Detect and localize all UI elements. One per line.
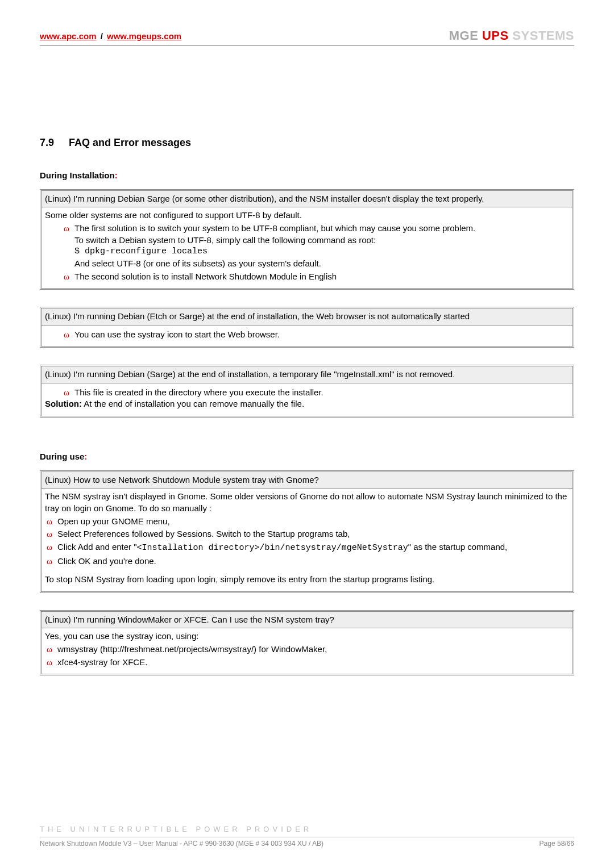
list-item: ω Open up your GNOME menu,	[45, 516, 569, 528]
bullet-icon: ω	[45, 556, 57, 567]
list-text: xfce4-systray for XFCE.	[57, 657, 569, 669]
faq-answer: The NSM systray isn't displayed in Gnome…	[42, 489, 572, 591]
list-text: wmsystray (http://freshmeat.net/projects…	[57, 644, 569, 656]
section-heading: 7.9 FAQ and Error messages	[40, 137, 574, 149]
faq-box: (Linux) I'm running WindowMaker or XFCE.…	[40, 610, 574, 675]
subhead-installation: During Installation:	[40, 170, 574, 180]
list-text: The second solution is to install Networ…	[74, 271, 569, 283]
colon-icon: :	[115, 170, 118, 180]
faq-answer: Yes, you can use the systray icon, using…	[42, 628, 572, 674]
list-text: Open up your GNOME menu,	[57, 516, 569, 528]
solution-text: At the end of installation you can remov…	[82, 399, 304, 408]
list-item: ω xfce4-systray for XFCE.	[45, 657, 569, 669]
bullet-icon: ω	[45, 516, 57, 528]
brand-mge: MGE	[449, 28, 479, 43]
faq-box: (Linux) I'm running Debian (Sarge) at th…	[40, 365, 574, 418]
bullet-icon: ω	[45, 657, 57, 669]
section-title: FAQ and Error messages	[69, 137, 191, 148]
answer-outro: To stop NSM Systray from loading upon lo…	[45, 574, 569, 586]
code-line: $ dpkg-reconfigure locales	[74, 246, 569, 258]
subhead-text: During Installation	[40, 170, 115, 180]
section-number: 7.9	[40, 137, 66, 149]
bullet-icon: ω	[62, 223, 74, 235]
colon-icon: :	[84, 452, 87, 461]
solution-line: Solution: At the end of installation you…	[45, 398, 569, 410]
list-item: ω This file is created in the directory …	[45, 387, 569, 399]
list-item: ω wmsystray (http://freshmeat.net/projec…	[45, 644, 569, 656]
answer-intro: Some older systems are not configured to…	[45, 210, 569, 222]
line-part: " as the startup command,	[408, 542, 508, 552]
faq-box: (Linux) How to use Network Shutdown Modu…	[40, 470, 574, 593]
footer-page: Page 58/66	[540, 840, 574, 848]
faq-question: (Linux) How to use Network Shutdown Modu…	[42, 472, 572, 489]
line: The first solution is to switch your sys…	[74, 223, 569, 235]
list-item: ω The first solution is to switch your s…	[45, 223, 569, 270]
list-text: This file is created in the directory wh…	[74, 387, 569, 399]
list-item: ω Click OK and you're done.	[45, 556, 569, 567]
brand-systems: SYSTEMS	[512, 28, 574, 43]
brand-logo: MGE UPS SYSTEMS	[449, 28, 574, 43]
subhead-text: During use	[40, 452, 84, 461]
faq-box: (Linux) I'm running Debian (Etch or Sarg…	[40, 307, 574, 348]
footer-tagline: THE UNINTERRUPTIBLE POWER PROVIDER	[40, 825, 574, 837]
bullet-icon: ω	[45, 528, 57, 540]
list-item: ω Select Preferences followed by Session…	[45, 528, 569, 540]
faq-question: (Linux) I'm running Debian Sarge (or som…	[42, 191, 572, 207]
line: And select UTF-8 (or one of its subsets)…	[74, 258, 569, 270]
faq-question: (Linux) I'm running WindowMaker or XFCE.…	[42, 612, 572, 628]
line: To switch a Debian system to UTF-8, simp…	[74, 235, 569, 247]
solution-label: Solution:	[45, 399, 82, 408]
bullet-icon: ω	[62, 329, 74, 341]
faq-box: (Linux) I'm running Debian Sarge (or som…	[40, 189, 574, 290]
bullet-icon: ω	[45, 644, 57, 656]
brand-ups: UPS	[482, 28, 509, 43]
list-text: Select Preferences followed by Sessions.…	[57, 528, 569, 540]
bullet-icon: ω	[45, 541, 57, 553]
link-apc[interactable]: www.apc.com	[40, 31, 96, 41]
list-item: ω You can use the systray icon to start …	[45, 329, 569, 341]
footer-docline: Network Shutdown Module V3 – User Manual…	[40, 840, 574, 848]
link-mgeups[interactable]: www.mgeups.com	[107, 31, 181, 41]
bullet-icon: ω	[62, 271, 74, 283]
link-separator: /	[101, 31, 103, 41]
answer-intro: The NSM systray isn't displayed in Gnome…	[45, 491, 569, 514]
footer-docinfo: Network Shutdown Module V3 – User Manual…	[40, 840, 323, 848]
faq-question: (Linux) I'm running Debian (Sarge) at th…	[42, 366, 572, 383]
answer-intro: Yes, you can use the systray icon, using…	[45, 631, 569, 642]
line-part: Click Add and enter "	[57, 542, 137, 552]
code-inline: <Installation directory>/bin/netsystray/…	[137, 543, 408, 553]
list-text: You can use the systray icon to start th…	[74, 329, 569, 341]
list-item: ω The second solution is to install Netw…	[45, 271, 569, 283]
list-text: Click Add and enter "<Installation direc…	[57, 541, 569, 554]
page-footer: THE UNINTERRUPTIBLE POWER PROVIDER Netwo…	[40, 825, 574, 848]
faq-answer: ω You can use the systray icon to start …	[42, 326, 572, 347]
faq-answer: Some older systems are not configured to…	[42, 207, 572, 288]
list-text: The first solution is to switch your sys…	[74, 223, 569, 270]
faq-answer: ω This file is created in the directory …	[42, 383, 572, 416]
page-header: www.apc.com / www.mgeups.com MGE UPS SYS…	[40, 28, 574, 46]
header-links: www.apc.com / www.mgeups.com	[40, 31, 181, 41]
bullet-icon: ω	[62, 387, 74, 399]
list-text: Click OK and you're done.	[57, 556, 569, 567]
faq-question: (Linux) I'm running Debian (Etch or Sarg…	[42, 308, 572, 325]
subhead-use: During use:	[40, 452, 574, 461]
list-item: ω Click Add and enter "<Installation dir…	[45, 541, 569, 554]
